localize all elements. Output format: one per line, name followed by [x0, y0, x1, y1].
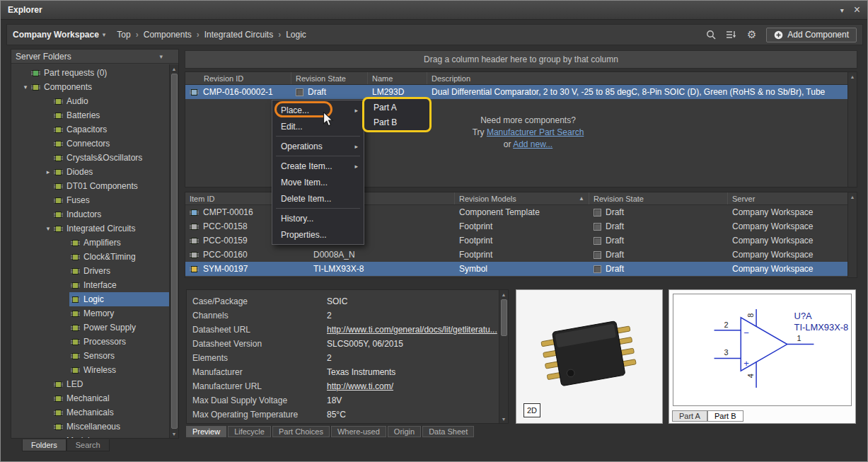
tab-preview[interactable]: Preview: [186, 426, 226, 437]
sidebar-item-label: Part requests (0): [44, 68, 107, 78]
scrollbar-thumb[interactable]: [501, 299, 507, 336]
properties-scrollbar[interactable]: ▲ ▼: [499, 290, 508, 423]
title-bar[interactable]: Explorer ▾ ×: [1, 1, 867, 20]
sidebar-item-components[interactable]: ▾Components: [11, 80, 169, 94]
tab-part-a[interactable]: Part A: [672, 410, 707, 422]
add-component-button[interactable]: Add Component: [766, 28, 857, 42]
sidebar-item-models[interactable]: Models: [11, 434, 169, 438]
sidebar-item-connectors[interactable]: Connectors: [11, 137, 169, 151]
tab-search[interactable]: Search: [66, 439, 110, 451]
menu-item-place[interactable]: Place...▸: [272, 102, 364, 118]
column-header-server[interactable]: Server: [728, 192, 857, 204]
models-grid-scrollbar[interactable]: ▲: [847, 192, 857, 277]
sidebar-item-miscellaneous[interactable]: Miscellaneous: [11, 420, 169, 434]
sidebar-item-fuses[interactable]: Fuses: [11, 193, 169, 207]
panel-menu-dropdown-icon[interactable]: ▾: [840, 6, 844, 14]
components-grid-scrollbar[interactable]: ▲: [847, 72, 857, 187]
sidebar-item-integrated-circuits[interactable]: ▾Integrated Circuits: [11, 221, 169, 236]
model-row-sym-00197[interactable]: SYM-00197TI-LMX93X-8SymbolDraftCompany W…: [185, 262, 857, 276]
menu-item-create-item[interactable]: Create Item...▸: [272, 158, 364, 174]
scroll-down-icon[interactable]: ▼: [499, 415, 508, 423]
tab-lifecycle[interactable]: Lifecycle: [228, 426, 271, 437]
tab-part-b[interactable]: Part B: [707, 410, 743, 422]
tab-part-choices[interactable]: Part Choices: [272, 426, 330, 437]
breadcrumb-item-integrated-circuits[interactable]: Integrated Circuits: [203, 30, 274, 40]
sidebar-item-power-supply[interactable]: Power Supply: [11, 320, 169, 335]
view-mode-2d-button[interactable]: 2D: [523, 403, 540, 417]
column-header-revision-state[interactable]: Revision State: [589, 192, 728, 204]
add-new-link[interactable]: Add new...: [513, 139, 552, 149]
column-header-revision-id[interactable]: Revision ID: [185, 72, 291, 84]
menu-item-operations[interactable]: Operations▸: [272, 138, 364, 154]
search-icon[interactable]: [705, 29, 717, 40]
model-state-checkbox[interactable]: [594, 237, 601, 245]
model-state-checkbox[interactable]: [594, 265, 601, 273]
sidebar-item-capacitors[interactable]: Capacitors: [11, 122, 169, 137]
sidebar-item-batteries[interactable]: Batteries: [11, 108, 169, 122]
or-prefix: or: [504, 139, 513, 149]
tab-origin[interactable]: Origin: [388, 426, 421, 437]
group-by-bar[interactable]: Drag a column header here to group by th…: [185, 50, 857, 69]
sidebar-scrollbar[interactable]: ▲ ▼: [169, 64, 178, 438]
model-state-checkbox[interactable]: [594, 223, 601, 231]
collapse-arrow-icon[interactable]: ▾: [21, 83, 30, 91]
workspace-selector[interactable]: Company Workspace ▾: [13, 30, 105, 40]
tab-where-used[interactable]: Where-used: [331, 426, 386, 437]
menu-item-edit[interactable]: Edit...: [272, 118, 364, 134]
sidebar-item-interface[interactable]: Interface: [11, 278, 169, 292]
collapse-arrow-icon[interactable]: ▾: [44, 225, 52, 232]
server-folders-header[interactable]: Server Folders ▾: [11, 50, 178, 64]
sidebar-item-processors[interactable]: Processors: [11, 335, 169, 349]
breadcrumb-item-components[interactable]: Components: [142, 30, 193, 40]
sidebar-item-amplifiers[interactable]: Amplifiers: [11, 236, 169, 250]
scroll-up-icon[interactable]: ▲: [170, 64, 178, 73]
model-state-checkbox[interactable]: [594, 209, 601, 216]
columns-icon[interactable]: [725, 29, 737, 40]
breadcrumb-item-logic[interactable]: Logic: [284, 30, 308, 40]
scrollbar-thumb[interactable]: [171, 74, 178, 429]
revision-state-checkbox[interactable]: [296, 88, 303, 96]
submenu-item-part-a[interactable]: Part A: [364, 100, 429, 115]
breadcrumb-item-top[interactable]: Top: [115, 30, 132, 40]
menu-item-properties[interactable]: Properties...: [272, 226, 364, 243]
scroll-up-icon[interactable]: ▲: [499, 290, 508, 299]
sidebar-item-mechanical[interactable]: Mechanical: [11, 391, 169, 405]
sidebar-item-drivers[interactable]: Drivers: [11, 264, 169, 278]
model-state-checkbox[interactable]: [594, 251, 601, 259]
component-row-lm293d[interactable]: CMP-016-00002-1DraftLM293DDual Different…: [185, 85, 857, 99]
menu-item-delete-item[interactable]: Delete Item...: [272, 190, 364, 207]
sidebar-item-dt01-components[interactable]: DT01 Components: [11, 179, 169, 193]
sidebar-item-diodes[interactable]: ▸Diodes: [11, 165, 169, 179]
sidebar-item-logic[interactable]: Logic: [11, 292, 169, 306]
model-row-pcc-00160[interactable]: PCC-00160D0008A_NFootprintDraftCompany W…: [185, 248, 857, 262]
property-value-link[interactable]: http://www.ti.com/: [327, 381, 498, 391]
menu-item-move-item[interactable]: Move Item...: [272, 174, 364, 190]
place-submenu: Part APart B: [362, 97, 432, 132]
sidebar-item-clock-timing[interactable]: Clock&Timing: [11, 250, 169, 264]
expand-arrow-icon[interactable]: ▸: [44, 168, 52, 175]
scroll-up-icon[interactable]: ▲: [848, 192, 857, 201]
property-value-link[interactable]: http://www.ti.com/general/docs/lit/getli…: [327, 325, 498, 335]
column-header-description[interactable]: Description: [427, 72, 857, 84]
sidebar-item-audio[interactable]: Audio: [11, 94, 169, 108]
sidebar-item-inductors[interactable]: Inductors: [11, 207, 169, 221]
sidebar-item-mechanicals[interactable]: Mechanicals: [11, 405, 169, 420]
sidebar-item-crystals-oscillators[interactable]: Crystals&Oscillators: [11, 151, 169, 165]
sidebar-item-wireless[interactable]: Wireless: [11, 363, 169, 377]
scroll-up-icon[interactable]: ▲: [848, 72, 857, 81]
tab-folders[interactable]: Folders: [22, 439, 66, 451]
column-header-revision-models[interactable]: Revision Models▲: [455, 192, 589, 204]
column-header-revision-state[interactable]: Revision State: [291, 72, 368, 84]
sidebar-item-part-requests-0[interactable]: Part requests (0): [11, 66, 169, 80]
sidebar-item-led[interactable]: LED: [11, 377, 169, 391]
manufacturer-part-search-link[interactable]: Manufacturer Part Search: [487, 127, 584, 137]
scroll-down-icon[interactable]: ▼: [170, 429, 178, 438]
tab-data-sheet[interactable]: Data Sheet: [422, 426, 474, 437]
menu-item-history[interactable]: History...: [272, 210, 364, 226]
sidebar-item-memory[interactable]: Memory: [11, 306, 169, 320]
column-header-name[interactable]: Name: [368, 72, 427, 84]
sidebar-item-sensors[interactable]: Sensors: [11, 349, 169, 363]
close-icon[interactable]: ×: [854, 4, 860, 16]
gear-icon[interactable]: ⚙: [746, 29, 758, 40]
submenu-item-part-b[interactable]: Part B: [364, 115, 429, 129]
